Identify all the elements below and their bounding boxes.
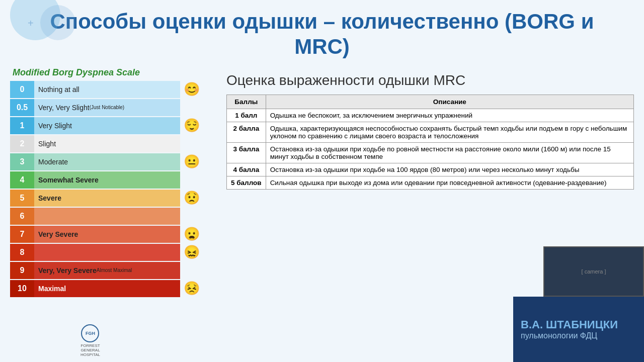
borg-row: 4Somewhat Severe: [10, 171, 201, 189]
borg-label: [34, 244, 180, 261]
borg-num: 5: [10, 190, 34, 207]
mrc-score-cell: 4 балла: [227, 163, 266, 176]
logo-text: FORRESTGENERALHOSPITAL: [80, 343, 100, 357]
borg-emoji: 😣: [182, 279, 201, 298]
borg-label: Very Severe: [34, 226, 180, 243]
borg-emoji: 😖: [182, 243, 201, 262]
borg-section: Modified Borg Dyspnea Scale 0Nothing at …: [10, 67, 211, 298]
borg-row: 2Slight: [10, 135, 201, 152]
borg-row: 0.5Very, Very Slight (Just Noticable): [10, 99, 201, 116]
borg-emoji: 😟: [182, 189, 201, 208]
borg-num: 1: [10, 117, 34, 134]
mrc-col-desc: Описание: [266, 95, 633, 109]
speaker-name: В.А. ШТАБНИЦКИ: [521, 318, 636, 331]
mrc-desc-cell: Остановка из-за одышки при ходьбе по ров…: [266, 142, 633, 163]
borg-label: Very Slight: [34, 117, 180, 134]
borg-emoji: 😐: [182, 152, 201, 171]
borg-title: Modified Borg Dyspnea Scale: [13, 67, 211, 78]
mrc-desc-cell: Сильная одышка при выходе из дома или од…: [266, 176, 633, 189]
speaker-overlay: В.А. ШТАБНИЦКИ пульмонологии ФДЦ: [513, 297, 644, 362]
mrc-score-cell: 5 баллов: [227, 176, 266, 189]
logo-circle: FGH: [81, 324, 99, 342]
borg-num: 2: [10, 135, 34, 152]
borg-label: Severe: [34, 190, 180, 207]
borg-label: [34, 208, 180, 225]
borg-row: 7Very Severe😦: [10, 226, 201, 243]
borg-label: Somewhat Severe: [34, 171, 180, 189]
borg-emoji: 😦: [182, 225, 201, 244]
mrc-desc-cell: Одышка не беспокоит, за исключением энер…: [266, 109, 633, 122]
borg-row: 0Nothing at all😊: [10, 81, 201, 98]
deco-plus: +: [28, 18, 34, 29]
borg-row: 10Maximal😣: [10, 280, 201, 297]
borg-label: Very, Very Severe Almost Maximal: [34, 262, 180, 279]
borg-table: 0Nothing at all😊0.5Very, Very Slight (Ju…: [10, 81, 201, 297]
borg-row: 5Severe😟: [10, 190, 201, 207]
mrc-score-cell: 2 балла: [227, 122, 266, 142]
mrc-row: 2 баллаОдышка, характеризующаяся неспосо…: [227, 122, 634, 142]
borg-row: 8😖: [10, 244, 201, 261]
borg-label: Maximal: [34, 280, 180, 297]
deco-circle-2: [40, 5, 75, 40]
borg-label: Very, Very Slight (Just Noticable): [34, 99, 180, 116]
mrc-score-cell: 1 балл: [227, 109, 266, 122]
borg-num: 7: [10, 226, 34, 243]
mrc-row: 1 баллОдышка не беспокоит, за исключение…: [227, 109, 634, 122]
camera-inner: [ camera ]: [582, 268, 606, 275]
borg-num: 6: [10, 208, 34, 225]
borg-row: 6: [10, 208, 201, 225]
borg-row: 3Moderate😐: [10, 153, 201, 170]
borg-label: Moderate: [34, 153, 180, 170]
borg-label: Slight: [34, 135, 180, 152]
borg-row: 9Very, Very Severe Almost Maximal: [10, 262, 201, 279]
mrc-desc-cell: Остановка из-за одышки при ходьбе на 100…: [266, 163, 633, 176]
mrc-table: Баллы Описание 1 баллОдышка не беспокоит…: [226, 95, 634, 190]
borg-num: 10: [10, 280, 34, 297]
page-title: Способы оценки одышки – количественно (B…: [30, 9, 614, 60]
borg-num: 0: [10, 81, 34, 98]
mrc-desc-cell: Одышка, характеризующаяся неспособностью…: [266, 122, 633, 142]
hospital-logo: FGH FORRESTGENERALHOSPITAL: [80, 324, 100, 357]
borg-emoji: 😊: [182, 80, 201, 99]
mrc-row: 3 баллаОстановка из-за одышки при ходьбе…: [227, 142, 634, 163]
borg-row: 1Very Slight😌: [10, 117, 201, 134]
speaker-sub: пульмонологии ФДЦ: [521, 331, 636, 340]
borg-num: 8: [10, 244, 34, 261]
borg-num: 0.5: [10, 99, 34, 116]
title-section: Способы оценки одышки – количественно (B…: [0, 0, 644, 65]
borg-num: 3: [10, 153, 34, 170]
mrc-title: Оценка выраженности одышки MRC: [226, 72, 634, 88]
mrc-row: 5 балловСильная одышка при выходе из дом…: [227, 176, 634, 189]
borg-label: Nothing at all: [34, 81, 180, 98]
borg-num: 4: [10, 171, 34, 189]
camera-preview: [ camera ]: [543, 246, 644, 297]
mrc-col-score: Баллы: [227, 95, 266, 109]
borg-num: 9: [10, 262, 34, 279]
mrc-score-cell: 3 балла: [227, 142, 266, 163]
mrc-row: 4 баллаОстановка из-за одышки при ходьбе…: [227, 163, 634, 176]
borg-emoji: 😌: [182, 116, 201, 135]
